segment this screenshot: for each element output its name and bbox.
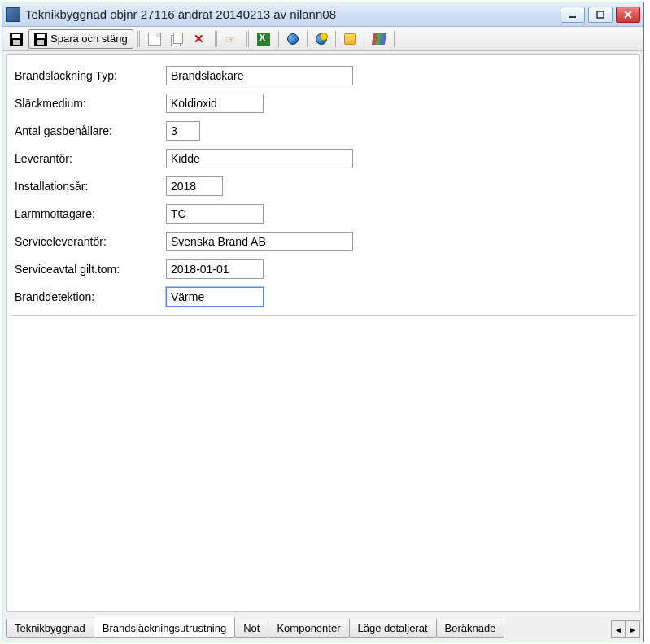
toolbar-separator	[278, 31, 279, 47]
field-label: Installationsår:	[11, 180, 166, 193]
svg-rect-1	[597, 11, 604, 18]
field-input[interactable]	[166, 121, 200, 141]
form-row: Släckmedium:	[11, 89, 635, 117]
toolbar-separator	[246, 31, 249, 47]
field-input[interactable]	[166, 66, 353, 85]
tab-scroll-right[interactable]: ►	[626, 620, 640, 638]
toolbar-separator	[215, 31, 217, 47]
save-and-close-button[interactable]: Spara och stäng	[28, 29, 133, 49]
delete-icon: ✕	[194, 33, 207, 46]
form-row: Brandsläckning Typ:	[11, 62, 635, 89]
field-label: Serviceavtal gilt.tom:	[11, 263, 166, 276]
empty-area	[11, 316, 635, 605]
minimize-icon	[569, 11, 577, 19]
field-input[interactable]	[166, 259, 264, 279]
field-input[interactable]	[166, 94, 264, 113]
excel-icon	[257, 33, 270, 46]
form-row: Antal gasbehållare:	[11, 117, 635, 145]
field-label: Branddetektion:	[11, 290, 166, 303]
field-input[interactable]	[166, 176, 223, 196]
form-row: Serviceavtal gilt.tom:	[11, 255, 635, 283]
save-button[interactable]	[6, 29, 27, 49]
tab[interactable]: Brandsläckningsutrustning	[94, 617, 235, 638]
library-button[interactable]	[369, 29, 390, 49]
content-panel: Brandsläckning Typ:Släckmedium:Antal gas…	[6, 54, 640, 612]
new-button[interactable]	[144, 29, 165, 49]
field-input[interactable]	[166, 287, 264, 307]
tab-bar: TeknikbyggnadBrandsläckningsutrustningNo…	[6, 616, 640, 638]
app-icon	[6, 7, 20, 22]
point-button[interactable]: ☞	[221, 29, 242, 49]
form-row: Larmmottagare:	[11, 200, 635, 228]
toolbar-separator	[137, 31, 140, 47]
close-icon	[624, 11, 632, 19]
maximize-icon	[596, 11, 604, 19]
toolbar-separator	[307, 31, 308, 47]
field-label: Serviceleverantör:	[11, 235, 166, 248]
field-input[interactable]	[166, 149, 353, 168]
form-row: Leverantör:	[11, 145, 635, 172]
tab-scroll: ◄►	[611, 620, 640, 638]
minimize-button[interactable]	[561, 7, 585, 23]
tab[interactable]: Komponenter	[268, 619, 349, 638]
sun-icon	[344, 33, 356, 45]
tab-scroll-left[interactable]: ◄	[611, 620, 626, 638]
main-window: Teknikbyggnad objnr 27116 ändrat 2014021…	[2, 2, 644, 642]
window-buttons	[561, 7, 640, 23]
tab[interactable]: Beräknade	[436, 619, 505, 638]
field-input[interactable]	[166, 204, 264, 224]
close-button[interactable]	[616, 7, 640, 23]
globe-star-button[interactable]	[312, 29, 331, 49]
weather-button[interactable]	[340, 29, 360, 49]
save-close-label: Spara och stäng	[50, 33, 128, 45]
floppy-icon	[10, 33, 23, 46]
copy-icon	[171, 33, 184, 46]
field-input[interactable]	[166, 232, 353, 251]
tab[interactable]: Not	[234, 619, 268, 638]
field-label: Larmmottagare:	[11, 207, 166, 220]
maximize-button[interactable]	[588, 7, 613, 23]
field-label: Antal gasbehållare:	[11, 124, 166, 137]
form-area: Brandsläckning Typ:Släckmedium:Antal gas…	[11, 62, 635, 316]
toolbar-separator	[364, 31, 364, 47]
globe-star-icon	[316, 33, 327, 45]
excel-button[interactable]	[253, 29, 274, 49]
copy-button[interactable]	[167, 29, 188, 49]
pointer-icon: ☞	[225, 33, 238, 46]
form-row: Serviceleverantör:	[11, 228, 635, 255]
titlebar: Teknikbyggnad objnr 27116 ändrat 2014021…	[2, 2, 643, 27]
field-label: Brandsläckning Typ:	[11, 69, 166, 82]
globe-icon	[287, 33, 299, 45]
form-row: Installationsår:	[11, 172, 635, 200]
tab[interactable]: Teknikbyggnad	[6, 619, 94, 638]
window-title: Teknikbyggnad objnr 27116 ändrat 2014021…	[25, 7, 561, 21]
tab[interactable]: Läge detaljerat	[349, 619, 437, 638]
floppy-icon	[34, 33, 47, 46]
field-label: Släckmedium:	[11, 97, 166, 110]
form-row: Branddetektion:	[11, 283, 635, 311]
globe-button[interactable]	[283, 29, 303, 49]
delete-button[interactable]: ✕	[190, 29, 211, 49]
toolbar: Spara och stäng ✕ ☞	[2, 27, 643, 51]
field-label: Leverantör:	[11, 152, 166, 165]
toolbar-separator	[394, 31, 395, 47]
toolbar-separator	[335, 31, 336, 47]
new-doc-icon	[148, 33, 161, 46]
books-icon	[371, 33, 386, 45]
